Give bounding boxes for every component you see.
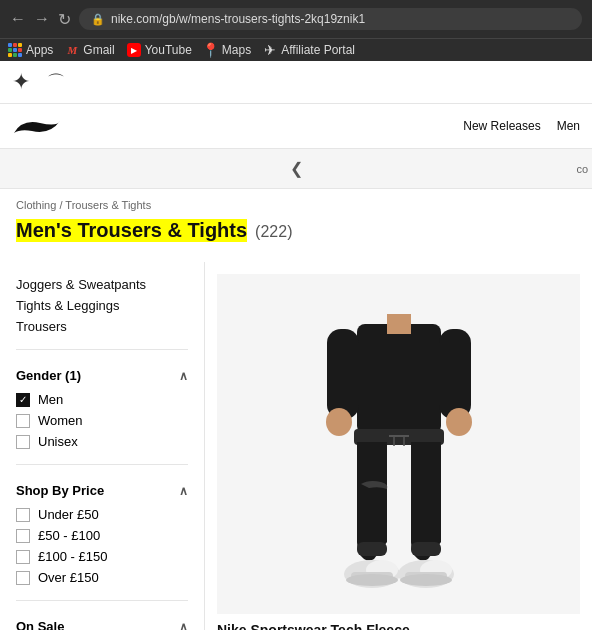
bookmarks-bar: Apps M Gmail ▶ YouTube 📍 Maps ✈ Affiliat… (0, 38, 592, 61)
bookmark-affiliate[interactable]: ✈ Affiliate Portal (263, 43, 355, 57)
svg-point-20 (400, 574, 452, 586)
svg-rect-3 (327, 329, 359, 419)
refresh-button[interactable]: ↻ (58, 10, 71, 29)
nike-brand-bar: ✦ ⌒ (0, 61, 592, 104)
price-50-100-option[interactable]: £50 - £100 (16, 525, 188, 546)
price-100-150-checkbox[interactable] (16, 550, 30, 564)
affiliate-icon: ✈ (263, 43, 277, 57)
category-tights[interactable]: Tights & Leggings (16, 295, 188, 316)
price-over150-checkbox[interactable] (16, 571, 30, 585)
svg-rect-1 (357, 324, 441, 434)
sale-chevron-icon: ∧ (179, 620, 188, 631)
lock-icon: 🔒 (91, 13, 105, 26)
page-title: Men's Trousers & Tights (16, 219, 247, 242)
url-text: nike.com/gb/w/mens-trousers-tights-2kq19… (111, 12, 365, 26)
nike-swoosh-logo[interactable] (12, 110, 62, 142)
price-filter-label: Shop By Price (16, 483, 104, 498)
breadcrumb-separator: / (59, 199, 62, 211)
maps-icon: 📍 (204, 43, 218, 57)
nav-links: New Releases Men (463, 119, 580, 133)
category-list: Joggers & Sweatpants Tights & Leggings T… (16, 274, 188, 337)
bookmark-youtube[interactable]: ▶ YouTube (127, 43, 192, 57)
jordan-logo[interactable]: ✦ (12, 69, 30, 95)
product-image-container[interactable] (217, 274, 580, 614)
bookmark-gmail-label: Gmail (83, 43, 114, 57)
divider-1 (16, 349, 188, 350)
main-content: Joggers & Sweatpants Tights & Leggings T… (0, 262, 592, 630)
svg-rect-12 (411, 542, 441, 556)
bookmark-apps[interactable]: Apps (8, 43, 53, 57)
gender-women-option[interactable]: Women (16, 410, 188, 431)
price-under50-option[interactable]: Under £50 (16, 504, 188, 525)
svg-rect-11 (357, 542, 387, 556)
gmail-icon: M (65, 43, 79, 57)
bookmark-apps-label: Apps (26, 43, 53, 57)
gender-men-label: Men (38, 392, 63, 407)
breadcrumb-clothing-link[interactable]: Clothing (16, 199, 56, 211)
price-100-150-label: £100 - £150 (38, 549, 107, 564)
category-trousers[interactable]: Trousers (16, 316, 188, 337)
price-over150-option[interactable]: Over £150 (16, 567, 188, 588)
price-50-100-label: £50 - £100 (38, 528, 100, 543)
back-button[interactable]: ← (10, 10, 26, 28)
bookmark-maps[interactable]: 📍 Maps (204, 43, 251, 57)
nav-men[interactable]: Men (557, 119, 580, 133)
bookmark-affiliate-label: Affiliate Portal (281, 43, 355, 57)
product-grid: Nike Sportswear Tech Fleece Men's Jogger… (217, 274, 580, 630)
price-under50-label: Under £50 (38, 507, 99, 522)
forward-button[interactable]: → (34, 10, 50, 28)
sidebar: Joggers & Sweatpants Tights & Leggings T… (0, 262, 205, 630)
category-joggers[interactable]: Joggers & Sweatpants (16, 274, 188, 295)
browser-chrome: ← → ↻ 🔒 nike.com/gb/w/mens-trousers-tigh… (0, 0, 592, 38)
gender-filter-header[interactable]: Gender (1) ∧ (16, 362, 188, 389)
svg-point-16 (346, 574, 398, 586)
price-100-150-option[interactable]: £100 - £150 (16, 546, 188, 567)
apps-grid-icon (8, 43, 22, 57)
gender-men-option[interactable]: ✓ Men (16, 389, 188, 410)
svg-rect-4 (439, 329, 471, 419)
gender-filter-label: Gender (1) (16, 368, 81, 383)
product-count: (222) (255, 223, 292, 241)
sale-filter-label: On Sale (16, 619, 64, 630)
svg-rect-2 (387, 314, 411, 334)
breadcrumb-trousers-link[interactable]: Trousers & Tights (65, 199, 151, 211)
converse-logo[interactable]: ⌒ (42, 69, 70, 95)
sale-filter-header[interactable]: On Sale ∧ (16, 613, 188, 630)
price-50-100-checkbox[interactable] (16, 529, 30, 543)
product-info: Nike Sportswear Tech Fleece Men's Jogger… (217, 614, 580, 630)
svg-point-5 (326, 408, 352, 436)
price-under50-checkbox[interactable] (16, 508, 30, 522)
price-over150-label: Over £150 (38, 570, 99, 585)
youtube-icon: ▶ (127, 43, 141, 57)
gender-filter-section: Gender (1) ∧ ✓ Men Women Unisex (16, 362, 188, 452)
bookmark-gmail[interactable]: M Gmail (65, 43, 114, 57)
address-bar[interactable]: 🔒 nike.com/gb/w/mens-trousers-tights-2kq… (79, 8, 582, 30)
gender-unisex-checkbox[interactable] (16, 435, 30, 449)
carousel-co-text: co (576, 163, 592, 175)
divider-3 (16, 600, 188, 601)
swoosh-svg (12, 117, 62, 137)
gender-women-checkbox[interactable] (16, 414, 30, 428)
gender-women-label: Women (38, 413, 83, 428)
promo-carousel-bar: ❮ co (0, 149, 592, 189)
gender-unisex-label: Unisex (38, 434, 78, 449)
product-name: Nike Sportswear Tech Fleece (217, 622, 580, 630)
price-chevron-icon: ∧ (179, 484, 188, 498)
nav-new-releases[interactable]: New Releases (463, 119, 540, 133)
product-area: Nike Sportswear Tech Fleece Men's Jogger… (205, 262, 592, 630)
bookmark-youtube-label: YouTube (145, 43, 192, 57)
gender-chevron-icon: ∧ (179, 369, 188, 383)
gender-men-checkbox[interactable]: ✓ (16, 393, 30, 407)
breadcrumb-container: Clothing / Trousers & Tights Men's Trous… (0, 189, 592, 262)
nike-main-nav: New Releases Men (0, 104, 592, 149)
price-filter-section: Shop By Price ∧ Under £50 £50 - £100 £10… (16, 477, 188, 588)
page-title-container: Men's Trousers & Tights (222) (16, 219, 576, 242)
gender-unisex-option[interactable]: Unisex (16, 431, 188, 452)
breadcrumb: Clothing / Trousers & Tights (16, 199, 576, 211)
price-filter-header[interactable]: Shop By Price ∧ (16, 477, 188, 504)
bookmark-maps-label: Maps (222, 43, 251, 57)
product-image-svg (239, 274, 559, 614)
sale-filter-section: On Sale ∧ Sale (16, 613, 188, 630)
carousel-left-arrow[interactable]: ❮ (282, 157, 311, 180)
divider-2 (16, 464, 188, 465)
